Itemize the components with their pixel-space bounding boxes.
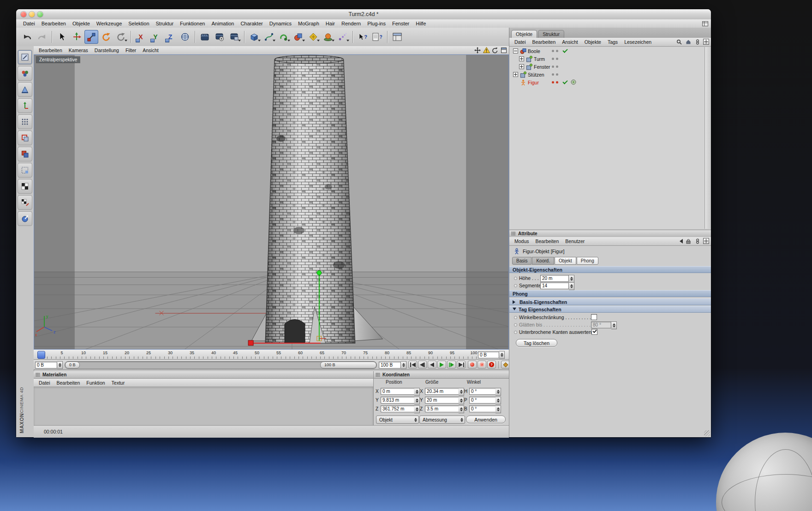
panel-grip-icon[interactable] — [376, 373, 380, 377]
last-tool-icon[interactable] — [114, 30, 128, 44]
param-dot-icon[interactable] — [514, 331, 517, 334]
section-basis[interactable]: Basis-Eigenschaften — [509, 298, 711, 305]
render-warning-icon[interactable] — [483, 47, 490, 53]
attribute-tab-koord[interactable]: Koord. — [532, 257, 554, 265]
phong-tag-icon[interactable] — [571, 79, 576, 86]
range-slider-start-handle[interactable]: 0 B — [65, 362, 80, 368]
texture-checker-icon[interactable] — [18, 179, 32, 194]
timeline-range-slider[interactable]: 0 B 100 B — [65, 361, 377, 369]
viewport-menu-darstellung[interactable]: Darstellung — [91, 48, 122, 53]
add-environment-icon[interactable] — [321, 30, 335, 44]
undo-icon[interactable] — [20, 30, 34, 44]
objects-menu-ansicht[interactable]: Ansicht — [559, 39, 581, 45]
tower-object[interactable] — [265, 55, 355, 343]
glaetten-input[interactable]: 80 ° — [591, 321, 611, 328]
visibility-dot-icon[interactable] — [556, 50, 558, 52]
goto-start-button[interactable] — [408, 361, 417, 368]
uv-mode-icon[interactable] — [18, 163, 32, 178]
range-end-input[interactable]: 100 B — [379, 362, 401, 368]
render-settings-icon[interactable] — [213, 30, 227, 44]
autokey-button[interactable] — [478, 361, 486, 368]
segmente-stepper[interactable] — [569, 282, 574, 290]
redo-icon[interactable] — [35, 30, 49, 44]
tree-item-boole[interactable]: Boole — [509, 47, 705, 55]
add-cube-icon[interactable] — [247, 30, 261, 44]
range-start-input[interactable]: 0 B — [35, 362, 57, 368]
rotate-tool-icon[interactable] — [99, 30, 113, 44]
menu-item-animation[interactable]: Animation — [208, 21, 237, 26]
coord-input[interactable]: 0 ° — [469, 388, 496, 395]
segmente-input[interactable]: 14 — [540, 282, 569, 289]
attribute-tab-basis[interactable]: Basis — [512, 257, 531, 265]
objects-menu-lesezeichen[interactable]: Lesezeichen — [621, 39, 655, 45]
coord-stepper[interactable] — [414, 405, 420, 413]
coord-stepper[interactable] — [496, 397, 501, 404]
menu-item-rendern[interactable]: Rendern — [338, 21, 364, 26]
collapse-icon[interactable] — [513, 48, 518, 53]
add-boolean-icon[interactable] — [292, 30, 305, 44]
goto-end-button[interactable] — [457, 361, 466, 368]
materials-menu-textur[interactable]: Textur — [108, 380, 128, 386]
visibility-dot-icon[interactable] — [556, 65, 558, 68]
link-icon[interactable] — [694, 38, 701, 45]
search-icon[interactable] — [675, 38, 683, 45]
coord-stepper[interactable] — [459, 405, 464, 413]
menu-item-hilfe[interactable]: Hilfe — [412, 21, 429, 26]
add-attribute-panel-icon[interactable] — [703, 238, 709, 244]
record-options-button[interactable]: ? — [487, 361, 496, 368]
menu-item-plug-ins[interactable]: Plug-ins — [364, 21, 389, 26]
make-editable-icon[interactable] — [18, 50, 32, 65]
object-axis-icon[interactable] — [18, 98, 32, 113]
range-slider-end-handle[interactable]: 100 B — [320, 362, 376, 368]
visibility-dots[interactable] — [552, 58, 558, 60]
panel-grip-icon[interactable] — [511, 232, 516, 236]
move-tool-icon[interactable] — [70, 30, 84, 44]
materials-list-area[interactable] — [34, 386, 373, 425]
viewport-menu-kameras[interactable]: Kameras — [66, 48, 91, 53]
menu-item-bearbeiten[interactable]: Bearbeiten — [38, 21, 69, 26]
add-generator-icon[interactable] — [277, 30, 291, 44]
menu-item-objekte[interactable]: Objekte — [69, 21, 93, 26]
section-object-properties[interactable]: Objekt-Eigenschaften — [509, 266, 711, 273]
render-queue-icon[interactable] — [227, 30, 241, 44]
timeline-ruler[interactable]: 0510152025303540455055606570758085909510… — [34, 350, 509, 360]
object-label[interactable]: Boole — [528, 48, 540, 54]
menu-item-selektion[interactable]: Selektion — [125, 21, 152, 26]
object-label[interactable]: Fenster — [534, 64, 550, 70]
scale-tool-icon[interactable] — [84, 30, 98, 44]
tree-item-turm[interactable]: Turm — [509, 55, 705, 63]
normals-icon[interactable] — [18, 211, 32, 226]
current-frame-input[interactable]: 0 B — [478, 351, 499, 358]
menu-item-hair[interactable]: Hair — [322, 21, 338, 26]
window-resize-grip[interactable] — [704, 430, 710, 436]
add-spline-icon[interactable] — [262, 30, 276, 44]
live-selection-icon[interactable] — [55, 30, 69, 44]
menu-item-dynamics[interactable]: Dynamics — [266, 21, 295, 26]
menu-item-werkzeuge[interactable]: Werkzeuge — [93, 21, 125, 26]
coord-input[interactable]: 0 m — [381, 388, 415, 395]
expand-icon[interactable] — [519, 64, 524, 69]
visibility-dot-icon[interactable] — [552, 58, 554, 60]
tab-struktur[interactable]: Struktur — [538, 30, 564, 38]
play-button[interactable] — [437, 361, 446, 368]
coord-stepper[interactable] — [496, 405, 501, 413]
visibility-dots[interactable] — [552, 73, 558, 76]
object-label[interactable]: Turm — [534, 56, 545, 62]
menu-item-mograph[interactable]: MoGraph — [295, 21, 322, 26]
add-particles-icon[interactable] — [336, 30, 350, 44]
tree-scrollbar[interactable] — [705, 47, 711, 229]
object-tree[interactable]: BooleTurmFensterStützenFigur — [509, 47, 705, 229]
materials-header[interactable]: Materialien — [34, 371, 373, 379]
coord-input[interactable]: 0 ° — [469, 397, 496, 404]
texture-mode-icon[interactable] — [18, 82, 32, 97]
visibility-dot-icon[interactable] — [552, 73, 554, 76]
visibility-dots[interactable] — [552, 81, 558, 83]
coord-input[interactable]: 0 ° — [469, 405, 496, 412]
coord-stepper[interactable] — [414, 397, 420, 404]
current-frame-marker[interactable] — [37, 351, 45, 359]
coordinate-system-icon[interactable] — [178, 30, 192, 44]
param-dot-icon[interactable] — [514, 316, 517, 319]
model-mode-icon[interactable] — [18, 66, 32, 81]
maximize-view-icon[interactable] — [500, 47, 508, 53]
visibility-dots[interactable] — [552, 50, 558, 52]
